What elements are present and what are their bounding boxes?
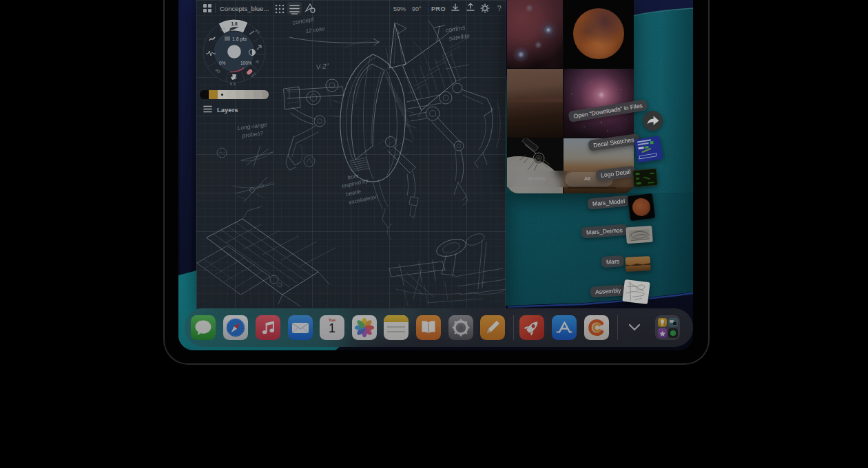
svg-text:probes?: probes? — [241, 129, 264, 139]
svg-text:V-2″: V-2″ — [316, 62, 329, 71]
svg-text:1.6: 1.6 — [231, 21, 237, 26]
svg-text:Concepts_blue...: Concepts_blue... — [220, 5, 269, 12]
svg-text:100%: 100% — [240, 61, 252, 65]
svg-text:Layers: Layers — [217, 106, 238, 114]
svg-text:?: ? — [497, 5, 502, 12]
svg-text:concept: concept — [292, 16, 315, 26]
svg-text:6 3: 6 3 — [230, 82, 236, 86]
svg-text:beetle: beetle — [346, 189, 362, 198]
svg-text:59%: 59% — [393, 6, 406, 12]
svg-text:0%: 0% — [219, 61, 226, 65]
svg-text:PRO: PRO — [431, 6, 446, 12]
svg-text:1.6 pts: 1.6 pts — [232, 36, 247, 42]
svg-text:Long-range: Long-range — [237, 121, 268, 131]
svg-text:90°: 90° — [412, 6, 422, 12]
svg-text:12 color: 12 color — [305, 25, 326, 34]
svg-text:comms: comms — [445, 24, 466, 34]
svg-text:satellite: satellite — [448, 32, 471, 42]
